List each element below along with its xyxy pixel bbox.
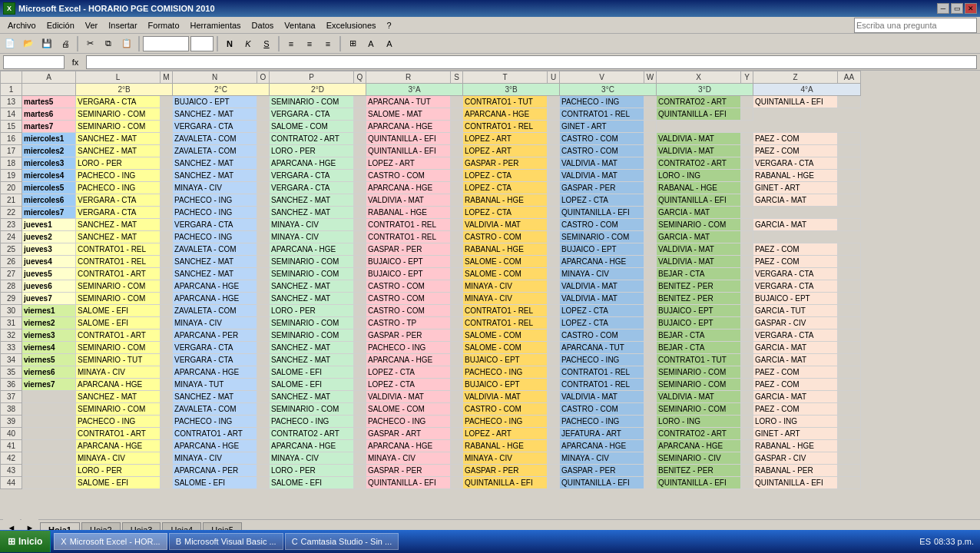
data-cell[interactable] [644, 219, 657, 231]
data-cell[interactable] [451, 317, 463, 329]
data-cell[interactable] [838, 157, 861, 170]
font-size-input[interactable]: 10 [190, 36, 214, 51]
data-cell[interactable]: PAEZ - COM [753, 379, 838, 391]
data-cell[interactable] [354, 440, 366, 452]
data-cell[interactable]: PAEZ - COM [753, 133, 838, 145]
minimize-button[interactable]: ─ [937, 3, 949, 14]
save-button[interactable]: 💾 [38, 35, 55, 52]
data-cell[interactable]: GASPAR - CIV [753, 317, 838, 329]
data-cell[interactable]: APARCANA - TUT [560, 342, 644, 354]
col-header-Q[interactable]: Q [354, 71, 366, 84]
data-cell[interactable]: GINET - ART [753, 428, 838, 440]
data-cell[interactable]: VERGARA - CTA [76, 96, 161, 108]
data-cell[interactable] [838, 305, 861, 317]
row-number[interactable]: 19 [1, 170, 22, 182]
data-cell[interactable]: RABANAL - HGE [463, 194, 548, 207]
data-cell[interactable] [644, 207, 657, 219]
data-cell[interactable]: MINAYA - CIV [173, 452, 257, 465]
data-cell[interactable] [451, 121, 463, 133]
data-cell[interactable]: CONTRATO2 - ART [270, 428, 354, 440]
data-cell[interactable] [838, 145, 861, 157]
row-number[interactable]: 16 [1, 133, 22, 145]
data-cell[interactable] [354, 231, 366, 243]
data-cell[interactable] [161, 329, 173, 342]
data-cell[interactable] [838, 354, 861, 366]
data-cell[interactable] [451, 231, 463, 243]
data-cell[interactable]: SANCHEZ - MAT [76, 391, 161, 403]
day-cell[interactable] [22, 403, 76, 416]
data-cell[interactable] [451, 354, 463, 366]
data-cell[interactable] [741, 403, 753, 416]
data-cell[interactable] [644, 108, 657, 121]
data-cell[interactable]: PACHECO - ING [173, 194, 257, 207]
data-cell[interactable] [644, 354, 657, 366]
data-cell[interactable]: QUINTANILLA - EFI [366, 477, 451, 489]
data-cell[interactable]: BUJAICO - EPT [657, 305, 741, 317]
data-cell[interactable] [451, 379, 463, 391]
day-cell[interactable]: jueves2 [22, 231, 76, 243]
col-header-M[interactable]: M [161, 71, 173, 84]
data-cell[interactable] [548, 121, 560, 133]
data-cell[interactable] [838, 440, 861, 452]
data-cell[interactable] [451, 133, 463, 145]
data-cell[interactable] [644, 280, 657, 293]
data-cell[interactable]: APARCANA - HGE [173, 293, 257, 305]
align-center-button[interactable]: ≡ [301, 35, 318, 52]
data-cell[interactable] [451, 243, 463, 256]
data-cell[interactable] [644, 452, 657, 465]
data-cell[interactable] [838, 428, 861, 440]
day-cell[interactable]: jueves6 [22, 280, 76, 293]
data-cell[interactable]: PACHECO - ING [560, 96, 644, 108]
data-cell[interactable]: RABANAL - HGE [463, 243, 548, 256]
data-cell[interactable] [838, 317, 861, 329]
data-cell[interactable]: GARCIA - MAT [753, 391, 838, 403]
data-cell[interactable] [354, 465, 366, 477]
data-cell[interactable]: LORO - PER [76, 157, 161, 170]
data-cell[interactable] [741, 416, 753, 428]
data-cell[interactable]: GASPAR - CIV [753, 452, 838, 465]
day-cell[interactable]: martes7 [22, 121, 76, 133]
data-cell[interactable]: APARCANA - HGE [366, 440, 451, 452]
data-cell[interactable]: CONTRATO1 - ART [173, 428, 257, 440]
data-cell[interactable]: VALDIVIA - MAT [657, 256, 741, 268]
data-cell[interactable] [257, 133, 270, 145]
data-cell[interactable] [161, 96, 173, 108]
menu-ver[interactable]: Ver [81, 19, 103, 31]
menu-herramientas[interactable]: Herramientas [186, 19, 246, 31]
data-cell[interactable]: BUJAICO - EPT [366, 256, 451, 268]
data-cell[interactable] [451, 416, 463, 428]
data-cell[interactable]: LOPEZ - CTA [366, 379, 451, 391]
data-cell[interactable] [838, 280, 861, 293]
data-cell[interactable] [257, 354, 270, 366]
day-cell[interactable] [22, 452, 76, 465]
data-cell[interactable] [548, 157, 560, 170]
col-header-T[interactable]: T [463, 71, 548, 84]
col-header-R[interactable]: R [366, 71, 451, 84]
data-cell[interactable]: PAEZ - COM [753, 243, 838, 256]
data-cell[interactable] [644, 477, 657, 489]
menu-insertar[interactable]: Insertar [104, 19, 141, 31]
data-cell[interactable] [354, 133, 366, 145]
data-cell[interactable] [161, 477, 173, 489]
data-cell[interactable]: MINAYA - CIV [173, 182, 257, 194]
data-cell[interactable]: SANCHEZ - MAT [173, 391, 257, 403]
data-cell[interactable]: SANCHEZ - MAT [76, 133, 161, 145]
row-number[interactable]: 38 [1, 403, 22, 416]
data-cell[interactable]: CASTRO - TP [366, 317, 451, 329]
col-header-X[interactable]: X [657, 71, 741, 84]
data-cell[interactable] [741, 145, 753, 157]
data-cell[interactable]: PACHECO - ING [366, 342, 451, 354]
data-cell[interactable] [161, 391, 173, 403]
data-cell[interactable] [548, 317, 560, 329]
data-cell[interactable]: QUINTANILLA - EFI [560, 477, 644, 489]
data-cell[interactable] [451, 293, 463, 305]
row-number[interactable]: 24 [1, 231, 22, 243]
data-cell[interactable]: APARCANA - HGE [560, 440, 644, 452]
data-cell[interactable] [548, 465, 560, 477]
data-cell[interactable] [741, 280, 753, 293]
data-cell[interactable] [548, 194, 560, 207]
col-header-Y[interactable]: Y [741, 71, 753, 84]
data-cell[interactable] [354, 391, 366, 403]
data-cell[interactable] [257, 243, 270, 256]
data-cell[interactable]: VALDIVIA - MAT [560, 280, 644, 293]
